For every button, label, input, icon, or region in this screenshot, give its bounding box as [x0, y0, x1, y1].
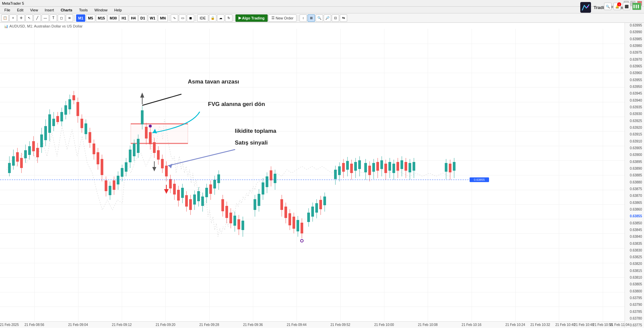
lock-button[interactable]: 🔒	[209, 14, 216, 22]
search-button[interactable]: 🔍	[604, 3, 611, 10]
price-tick-42: 0.63790	[626, 303, 643, 307]
candle-bear-15	[173, 184, 176, 194]
price-tick-35: 0.63825	[626, 255, 643, 259]
candle-bear-right1	[270, 170, 272, 180]
price-tick-39: 0.63805	[626, 282, 643, 286]
candle-bear-right-end4	[396, 162, 399, 171]
candle-bull-far-right4	[354, 162, 357, 171]
menu-view[interactable]: View	[27, 7, 41, 13]
candle-bull-right-end5	[392, 164, 395, 173]
timeframe-m1[interactable]: M1	[76, 14, 85, 22]
candle-bear-right6	[301, 223, 303, 233]
grid-v-11	[472, 29, 472, 321]
price-tick-9: 0.63955	[626, 78, 643, 82]
candle-bear-bottom2	[225, 206, 228, 218]
ide-button[interactable]: IDE	[197, 14, 208, 22]
sell-signal-arrow-tip	[168, 164, 172, 168]
notification-button[interactable]: 🔔 1	[613, 3, 621, 10]
fit-button[interactable]: ⊡	[332, 14, 339, 22]
time-tick-1: 21 Feb 2025	[0, 323, 19, 327]
signal-bars: ▌▌▌	[632, 3, 641, 10]
menu-file[interactable]: File	[1, 7, 13, 13]
fib-button[interactable]: ≋	[66, 14, 73, 22]
price-tick-32: 0.63840	[626, 235, 643, 238]
price-tick-24: 0.63880	[626, 180, 643, 184]
zoom-in-button[interactable]: +	[9, 14, 17, 22]
candle-bull-1	[8, 163, 11, 173]
title-bar-left: MetaTrader 5	[2, 1, 24, 5]
timeframe-w1[interactable]: W1	[148, 14, 158, 22]
bar-chart-button[interactable]: ▭	[179, 14, 186, 22]
line-button[interactable]: ╱	[34, 14, 41, 22]
price-tick-10: 0.63950	[626, 85, 643, 89]
candle-bear-7	[89, 132, 91, 143]
time-tick-10: 21 Feb 10:00	[374, 323, 394, 327]
candle-bull-rec4	[213, 180, 216, 188]
refresh-button[interactable]: ↻	[225, 14, 232, 22]
top-right-icons: 🔍 🔔 1 ⬛ ▌▌▌	[604, 3, 641, 10]
zoom-out-button[interactable]: 🔎	[324, 14, 331, 22]
time-tick-6: 21 Feb 09:28	[199, 323, 219, 327]
price-tick-13: 0.63935	[626, 105, 643, 109]
candle-bear-peak1	[72, 95, 75, 100]
price-tick-36: 0.63820	[626, 262, 643, 266]
menu-charts[interactable]: Charts	[58, 7, 75, 13]
menu-edit[interactable]: Edit	[14, 7, 26, 13]
sync-button[interactable]: ⇆	[340, 14, 347, 22]
timeframe-h1[interactable]: H1	[119, 14, 128, 22]
current-price-label-bg	[470, 177, 489, 182]
candle-bull-2	[12, 156, 15, 166]
down-arrow-head	[152, 167, 156, 171]
menu-insert[interactable]: Insert	[42, 7, 57, 13]
new-order-button[interactable]: ☰ New Order	[268, 14, 297, 22]
timeframe-m30[interactable]: M30	[108, 14, 119, 22]
candle-bear-17	[185, 195, 188, 207]
toolbar: 📋 + ✛ ↖ ╱ — T ◻ ≋ M1 M5 M15 M30 H1 H4 D1…	[0, 13, 644, 23]
crosshair-button[interactable]: ✛	[17, 14, 25, 22]
candle-bull-rally-right3	[315, 203, 318, 213]
timeframe-h4[interactable]: H4	[129, 14, 138, 22]
price-tick-5: 0.63975	[626, 51, 643, 54]
candle-bull-3	[24, 150, 27, 158]
shapes-button[interactable]: ◻	[58, 14, 65, 22]
timeframe-mn[interactable]: MN	[158, 14, 168, 22]
grid-h-8	[0, 146, 625, 146]
zoom-chart-button[interactable]: 🔍	[316, 14, 323, 22]
brand-logo-icon	[580, 2, 591, 13]
timeframe-m15[interactable]: M15	[96, 14, 107, 22]
fvg-bottom-line	[131, 143, 188, 144]
candle-bear-8	[93, 144, 95, 154]
chart-type-button[interactable]: ∿	[171, 14, 178, 22]
menu-help[interactable]: Help	[111, 7, 125, 13]
candle-bull-right-end4	[388, 162, 391, 171]
candle-bull-11	[117, 176, 119, 184]
candle-button[interactable]: ◼	[187, 14, 194, 22]
candle-bear-bottom4	[237, 219, 240, 229]
time-tick-15: 21 Feb 10:40	[555, 323, 575, 327]
candle-bull-5	[40, 134, 43, 147]
menu-window[interactable]: Window	[91, 7, 110, 13]
candle-bear-6	[80, 119, 83, 128]
grid-v-7	[297, 29, 297, 321]
new-chart-button[interactable]: 📋	[1, 14, 9, 22]
timeframe-d1[interactable]: D1	[139, 14, 147, 22]
menu-tools[interactable]: Tools	[76, 7, 91, 13]
cloud-button[interactable]: ☁	[217, 14, 224, 22]
price-tick-21: 0.63895	[626, 160, 643, 164]
grid-h-14	[0, 233, 625, 234]
candle-bull-bottom1	[233, 216, 236, 226]
terminal-button[interactable]: ⬛	[623, 3, 630, 10]
grid-button[interactable]: ⊞	[308, 14, 315, 22]
text-button[interactable]: T	[50, 14, 57, 22]
algo-trading-button[interactable]: ▶ Algo Trading	[235, 14, 268, 22]
hline-button[interactable]: —	[42, 14, 49, 22]
chart-canvas[interactable]: 0.63855 Asma tavan arızası FVG alanına g…	[0, 29, 625, 321]
candle-bull-7	[52, 119, 55, 126]
candle-bull-far-right5	[358, 160, 361, 169]
time-tick-16: 21 Feb 10:48	[574, 323, 594, 327]
arrows-button[interactable]: ↕	[300, 14, 307, 22]
arrow-button[interactable]: ↖	[25, 14, 33, 22]
grid-v-14	[603, 29, 603, 321]
timeframe-m5[interactable]: M5	[86, 14, 95, 22]
grid-h-6	[0, 117, 625, 117]
